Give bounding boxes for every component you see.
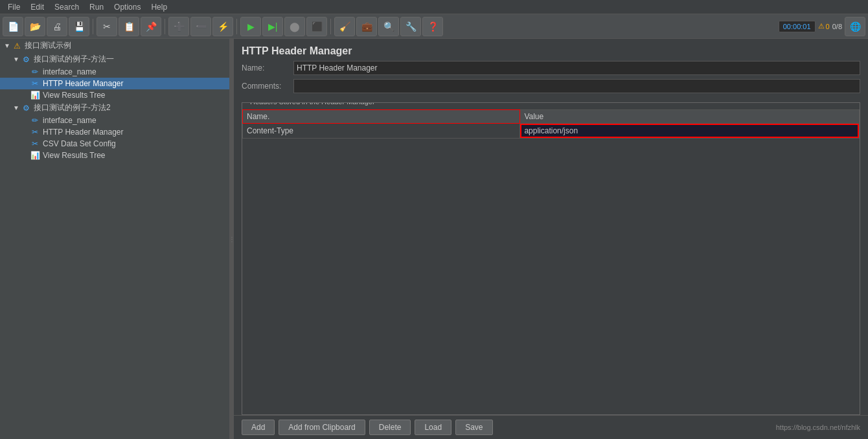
add-row-button[interactable]: Add — [242, 420, 275, 435]
results-icon-2: 📊 — [30, 151, 40, 160]
menu-search[interactable]: Search — [49, 1, 84, 13]
table-header: Name. Value — [243, 110, 860, 124]
section-legend: Headers Stored in the Header Manager — [247, 102, 378, 106]
sep1 — [93, 19, 93, 34]
sidebar-item-label-httpheader1: HTTP Header Manager — [43, 79, 124, 88]
table-container: Name. Value Content-Type — [242, 109, 860, 414]
save-headers-button[interactable]: Save — [455, 420, 492, 435]
add-element-button[interactable]: ➕ — [168, 17, 189, 36]
sep3 — [236, 19, 237, 34]
sidebar-item-label-csvdata: CSV Data Set Config — [43, 139, 116, 148]
comments-input[interactable] — [293, 79, 860, 93]
toggle-root: ▼ — [4, 42, 10, 49]
table-body: Content-Type — [243, 124, 860, 139]
load-button[interactable]: Load — [415, 420, 451, 435]
results-icon-1: 📊 — [30, 91, 40, 100]
sidebar: ▼ ⚠ 接口测试示例 ▼ ⚙ 接口测试的例子-方法一 ✏ interface_n… — [0, 39, 230, 439]
sidebar-item-group1[interactable]: ▼ ⚙ 接口测试的例子-方法一 — [0, 52, 229, 66]
sidebar-item-interface2[interactable]: ✏ interface_name — [0, 115, 229, 126]
comments-row: Comments: — [242, 79, 860, 93]
remote-options-button[interactable]: 🌐 — [845, 17, 865, 36]
sidebar-item-interface1[interactable]: ✏ interface_name — [0, 66, 229, 78]
menu-run[interactable]: Run — [84, 1, 109, 13]
copy-button[interactable]: 📋 — [119, 17, 139, 36]
help-toolbar-button[interactable]: ❓ — [422, 17, 443, 36]
sidebar-item-label-interface1: interface_name — [43, 67, 97, 76]
menu-file[interactable]: File — [3, 1, 25, 13]
stop-button[interactable]: ⬤ — [284, 17, 305, 36]
sep4 — [330, 19, 331, 34]
menu-options[interactable]: Options — [109, 1, 146, 13]
sidebar-item-httpheader1[interactable]: ✂ HTTP Header Manager — [0, 78, 229, 89]
warning-badge: ⚠ 0 — [818, 22, 830, 30]
new-button[interactable]: 📄 — [3, 17, 23, 36]
table-row[interactable]: Content-Type — [243, 124, 860, 139]
http-header-panel: HTTP Header Manager Name: Comments: Head… — [234, 39, 868, 439]
col-value-header: Value — [520, 110, 860, 124]
footer-url: https://blog.csdn.net/nfzhlk — [776, 423, 860, 431]
row-value-cell[interactable] — [520, 124, 860, 139]
toggle-group2: ▼ — [13, 104, 19, 111]
sidebar-item-results1[interactable]: 📊 View Results Tree — [0, 89, 229, 101]
row-value-input[interactable] — [520, 124, 859, 138]
comments-label: Comments: — [242, 82, 293, 91]
headers-section: Headers Stored in the Header Manager Nam… — [242, 102, 860, 415]
footer-buttons: Add Add from Clipboard Delete Load Save … — [234, 415, 868, 439]
panel-form: Name: Comments: — [234, 61, 868, 97]
sidebar-item-label-results1: View Results Tree — [43, 91, 106, 100]
cut-button[interactable]: ✂ — [97, 17, 117, 36]
sidebar-item-results2[interactable]: 📊 View Results Tree — [0, 150, 229, 161]
headers-table: Name. Value Content-Type — [242, 109, 860, 139]
col-name-header: Name. — [243, 110, 520, 124]
ratio-counter: 0/8 — [832, 23, 842, 30]
sidebar-item-csvdata[interactable]: ✂ CSV Data Set Config — [0, 138, 229, 150]
paste-button[interactable]: 📌 — [141, 17, 161, 36]
row-name-cell[interactable]: Content-Type — [243, 124, 520, 139]
toolbar: 📄 📂 🖨 💾 ✂ 📋 📌 ➕ ➖ ⚡ ▶ ▶| ⬤ ⬛ 🧹 💼 🔍 🔧 ❓ 0… — [0, 14, 868, 39]
timer-display: 00:00:01 — [779, 21, 816, 32]
add-clipboard-button[interactable]: Add from Clipboard — [279, 420, 365, 435]
run-no-pause-button[interactable]: ▶| — [262, 17, 283, 36]
warning-icon: ⚠ — [818, 22, 825, 30]
row-name-value: Content-Type — [247, 126, 293, 135]
sidebar-item-label-group1: 接口测试的例子-方法一 — [34, 54, 114, 65]
sidebar-item-label-group2: 接口测试的例子-方法2 — [34, 102, 111, 113]
save-results-button[interactable]: 💼 — [356, 17, 377, 36]
gear-icon-group2: ⚙ — [21, 104, 31, 113]
toolbar-right: 00:00:01 ⚠ 0 0/8 🌐 — [779, 17, 865, 36]
csv-icon: ✂ — [30, 139, 40, 148]
search-tree-button[interactable]: 🔍 — [378, 17, 399, 36]
menu-edit[interactable]: Edit — [25, 1, 49, 13]
edit-element-button[interactable]: ⚡ — [212, 17, 233, 36]
sidebar-item-httpheader2[interactable]: ✂ HTTP Header Manager — [0, 126, 229, 138]
table-header-row: Name. Value — [243, 110, 860, 124]
name-label: Name: — [242, 63, 293, 73]
delete-row-button[interactable]: Delete — [369, 420, 411, 435]
stop-now-button[interactable]: ⬛ — [306, 17, 327, 36]
sidebar-item-group2[interactable]: ▼ ⚙ 接口测试的例子-方法2 — [0, 101, 229, 115]
sidebar-item-label-results2: View Results Tree — [43, 151, 106, 160]
print-button[interactable]: 🖨 — [47, 17, 67, 36]
toggle-group1: ▼ — [13, 56, 19, 63]
sidebar-item-label-httpheader2: HTTP Header Manager — [43, 128, 124, 137]
name-input[interactable] — [293, 61, 860, 75]
save-button[interactable]: 💾 — [69, 17, 89, 36]
sep2 — [165, 19, 165, 34]
open-button[interactable]: 📂 — [25, 17, 45, 36]
panel-title: HTTP Header Manager — [234, 39, 868, 61]
remote-start-button[interactable]: 🔧 — [400, 17, 421, 36]
run-button[interactable]: ▶ — [240, 17, 261, 36]
remove-element-button[interactable]: ➖ — [190, 17, 211, 36]
header-icon-1: ✂ — [30, 79, 40, 88]
main-layout: ▼ ⚠ 接口测试示例 ▼ ⚙ 接口测试的例子-方法一 ✏ interface_n… — [0, 39, 868, 439]
content-area: HTTP Header Manager Name: Comments: Head… — [234, 39, 868, 439]
menu-help[interactable]: Help — [146, 1, 172, 13]
clear-all-button[interactable]: 🧹 — [334, 17, 355, 36]
warning-count: 0 — [826, 23, 830, 30]
sidebar-item-label-interface2: interface_name — [43, 116, 97, 125]
sidebar-item-label-root: 接口测试示例 — [25, 40, 71, 51]
pen-icon-2: ✏ — [30, 116, 40, 125]
sidebar-item-root[interactable]: ▼ ⚠ 接口测试示例 — [0, 39, 229, 52]
pen-icon-1: ✏ — [30, 67, 40, 76]
gear-icon-group1: ⚙ — [21, 55, 31, 64]
